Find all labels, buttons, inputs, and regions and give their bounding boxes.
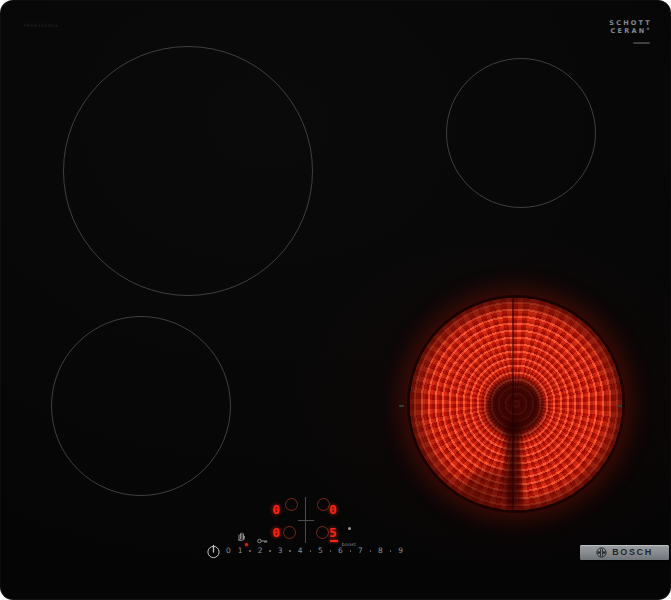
glass-ceramic-surface: PKE611FN1E SCHOTT CERAN® 0 0 0 5 (0, 0, 671, 600)
slider-step-dot[interactable] (350, 550, 352, 552)
slider-level-7[interactable]: 7 (358, 546, 363, 556)
schott-logo-line1: SCHOTT (609, 19, 652, 27)
heating-element-shadow (462, 470, 520, 504)
burner-zone-front-left (51, 316, 231, 496)
zone-alignment-mark-left (399, 405, 404, 407)
slider-step-dot[interactable] (269, 550, 271, 552)
burner-zone-back-right (446, 58, 596, 208)
bosch-armature-icon (596, 547, 607, 558)
slider-step-dot[interactable] (370, 550, 372, 552)
zone-select-button-back-left[interactable] (285, 498, 298, 511)
schott-logo-line2: CERAN® (609, 27, 652, 35)
registered-mark: ® (646, 27, 652, 31)
zone-select-button-back-right[interactable] (317, 498, 330, 511)
display-front-left: 0 (268, 526, 280, 539)
slider-level-3[interactable]: 3 (278, 546, 283, 556)
slider-step-dot[interactable] (390, 550, 392, 552)
zone-alignment-mark-right (617, 405, 622, 407)
slider-level-2[interactable]: 2 (258, 546, 263, 556)
slider-step-dot[interactable] (289, 550, 291, 552)
bosch-badge: BOSCH (580, 545, 669, 560)
slider-level-6[interactable]: 6 (338, 546, 343, 556)
burner-zone-back-left (63, 46, 313, 296)
zone-map-cross-horizontal (298, 520, 314, 521)
display-back-left: 0 (268, 503, 280, 516)
slider-level-9[interactable]: 9 (398, 546, 403, 556)
slider-level-0[interactable]: 0 (226, 546, 231, 556)
product-photo-cooktop: PKE611FN1E SCHOTT CERAN® 0 0 0 5 (0, 0, 671, 600)
schott-ceran-logo: SCHOTT CERAN® (609, 19, 652, 35)
burner-zone-front-right-glowing (407, 295, 625, 513)
model-number-print: PKE611FN1E (24, 23, 59, 28)
brand-name: BOSCH (612, 545, 653, 560)
hand-pause-icon[interactable] (237, 526, 246, 545)
selected-zone-underline (330, 540, 338, 542)
display-back-right: 0 (329, 503, 341, 516)
slider-step-dot[interactable] (249, 550, 251, 552)
slider-level-1[interactable]: 1 (238, 546, 243, 556)
power-button[interactable] (206, 544, 221, 559)
slider-level-5[interactable]: 5 (318, 546, 323, 556)
zone-select-button-front-right[interactable] (316, 526, 329, 539)
boost-dot-icon (348, 527, 351, 530)
fine-print-text (633, 42, 650, 44)
slider-level-4[interactable]: 4 (298, 546, 303, 556)
display-front-right: 5 (329, 526, 341, 539)
power-level-slider[interactable]: 0 1 2 3 4 5 6 7 8 9 (226, 546, 403, 556)
slider-step-dot[interactable] (330, 550, 332, 552)
zone-select-button-front-left[interactable] (283, 526, 296, 539)
slider-step-dot[interactable] (310, 550, 312, 552)
slider-level-8[interactable]: 8 (378, 546, 383, 556)
